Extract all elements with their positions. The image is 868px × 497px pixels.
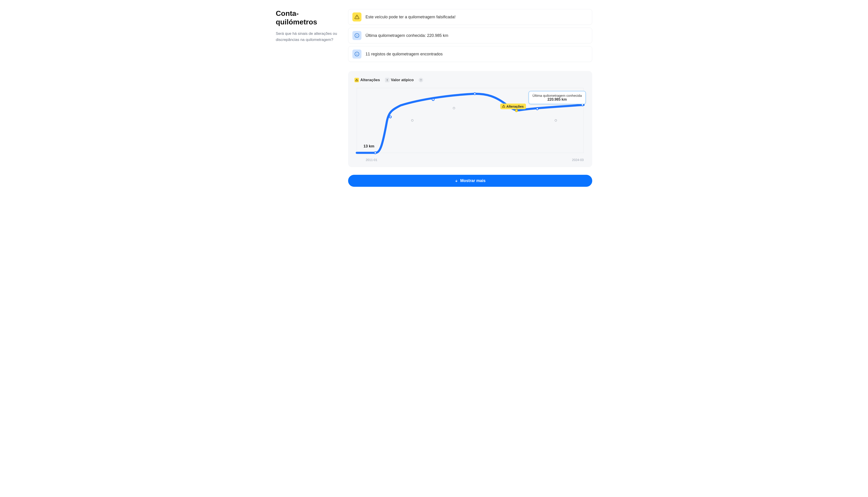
alert-warning: Este veículo pode ter a quilometragem fa…: [348, 9, 592, 25]
info-circle-icon: [352, 49, 361, 59]
help-icon[interactable]: ?: [419, 78, 423, 82]
exclamation-icon: !: [385, 78, 389, 82]
svg-point-20: [555, 119, 557, 121]
alert-warning-text: Este veículo pode ter a quilometragem fa…: [365, 15, 455, 19]
warning-triangle-icon: [355, 78, 359, 82]
chart-alteration-flag[interactable]: Alterações: [500, 103, 526, 109]
arrow-down-icon: [455, 179, 458, 183]
legend-alterations: Alterações: [355, 78, 380, 82]
alert-info-mileage: Última quilometragem conhecida: 220.985 …: [348, 28, 592, 43]
svg-point-13: [432, 99, 434, 101]
show-more-button[interactable]: Mostrar mais: [348, 175, 592, 187]
tooltip-title: Última quilometragem conhecida: [533, 94, 582, 98]
legend-outlier: ! Valor atípico: [385, 78, 414, 82]
svg-point-15: [515, 110, 518, 112]
section-sidebar: Conta-quilómetros Será que há sinais de …: [276, 9, 339, 187]
chart-x-axis: 2011-01 2024-03: [355, 156, 586, 162]
svg-point-16: [536, 108, 538, 110]
section-subtitle: Será que há sinais de alterações ou disc…: [276, 30, 339, 43]
x-axis-start: 2011-01: [366, 158, 377, 162]
svg-point-11: [374, 152, 376, 154]
chart-plot-area: 13 km Alterações Última quilometragem co…: [355, 87, 586, 156]
chart-start-label: 13 km: [363, 144, 374, 148]
tooltip-value: 220.985 km: [548, 98, 567, 101]
svg-point-12: [389, 116, 391, 118]
chart-alteration-flag-label: Alterações: [506, 104, 524, 108]
svg-point-19: [453, 107, 455, 109]
alert-info-records-text: 11 registos de quilometragem encontrados: [365, 52, 443, 57]
alert-info-mileage-text: Última quilometragem conhecida: 220.985 …: [365, 33, 448, 38]
legend-outlier-label: Valor atípico: [391, 78, 414, 82]
legend-alterations-label: Alterações: [360, 78, 380, 82]
section-main: Este veículo pode ter a quilometragem fa…: [348, 9, 592, 187]
chart-last-known-tooltip: Última quilometragem conhecida 220.985 k…: [529, 91, 586, 104]
info-circle-icon: [352, 31, 361, 40]
show-more-label: Mostrar mais: [460, 179, 486, 183]
alert-info-records: 11 registos de quilometragem encontrados: [348, 46, 592, 62]
section-title: Conta-quilómetros: [276, 9, 339, 27]
mileage-chart-card: Alterações ! Valor atípico ?: [348, 71, 592, 167]
warning-triangle-icon: [352, 12, 361, 22]
x-axis-end: 2024-03: [572, 158, 584, 162]
svg-point-14: [474, 93, 476, 95]
svg-point-18: [411, 119, 413, 121]
chart-legend: Alterações ! Valor atípico ?: [355, 78, 586, 82]
warning-triangle-icon: [502, 105, 505, 108]
